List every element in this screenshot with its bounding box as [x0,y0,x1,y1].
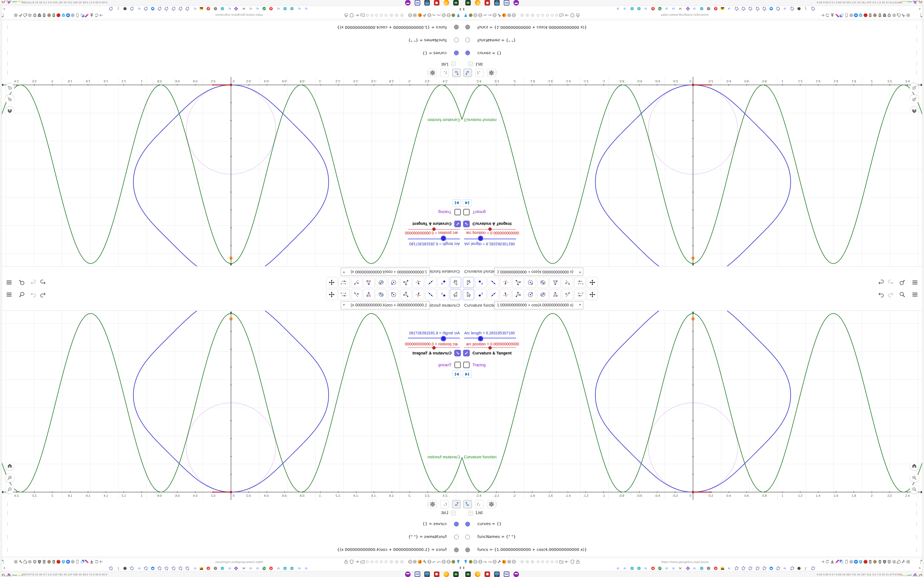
curvature-tangent-checkbox[interactable]: ✓ [463,350,470,356]
wrench-icon[interactable] [422,13,427,18]
shield-blue-icon[interactable] [61,13,66,18]
globe-icon[interactable] [441,13,447,18]
folder-icon[interactable] [360,13,365,18]
tab-favicon-geogebra[interactable] [178,6,183,11]
tab-favicon-google[interactable]: G [276,6,280,11]
zoom-in-button[interactable] [910,473,919,482]
arc-position-slider-handle[interactable] [488,227,492,231]
tool-reflect[interactable] [562,289,573,300]
tool-move-cursor[interactable] [450,289,461,300]
tab-favicon-f-red[interactable]: f [804,6,808,11]
taskbar-app-floppy64[interactable]: 64 [415,0,420,5]
avatar-icon[interactable] [468,13,473,18]
tab-favicon-geogebra[interactable] [811,566,815,571]
tab-favicon-google[interactable]: G [672,566,676,571]
kebab-icon[interactable]: ⋮ [5,50,9,55]
algebra-btn-tree-view[interactable] [464,500,472,508]
ring-icon[interactable] [385,14,387,16]
arc-position-slider-handle[interactable] [432,346,436,350]
tool-line[interactable] [425,277,436,288]
tab-favicon-google[interactable]: G [616,6,620,11]
wrench-icon[interactable] [422,559,427,564]
tab-favicon-globe-teal[interactable] [220,566,225,571]
tool-slider[interactable]: a = 2 [574,289,585,300]
visibility-marble[interactable] [454,25,459,29]
zoom-out-button[interactable] [5,83,14,92]
tool-point[interactable]: A [438,289,449,300]
tab-favicon-geogebra[interactable] [165,566,169,571]
thumb-icon[interactable] [896,13,901,18]
tab-favicon-globe-teal[interactable] [699,566,704,571]
gauge-icon[interactable] [482,13,488,18]
tab-favicon-geogebra[interactable] [790,566,795,571]
tab-favicon-geogebra[interactable] [171,566,176,571]
ring-icon[interactable] [546,14,549,16]
tab-favicon-yandex[interactable]: Я [713,566,718,571]
tab-favicon-google[interactable]: G [137,6,141,11]
globe-icon[interactable] [427,13,432,18]
tool-angle[interactable]: α [363,277,375,288]
kebab-icon[interactable]: ⋮ [915,25,919,30]
tab-favicon-google[interactable]: G [727,566,732,571]
tool-circle-center-point[interactable] [525,277,536,288]
tab-favicon-google[interactable]: G [693,6,697,11]
tracing-checkbox[interactable] [463,362,470,368]
tab-favicon-google[interactable]: G [693,566,697,571]
gauge-icon[interactable] [482,559,488,564]
tool-perpendicular-line[interactable] [500,277,511,288]
kebab-icon[interactable]: ⋮ [425,502,430,507]
arc-length-slider-handle[interactable] [441,336,446,342]
gear-icon[interactable] [906,13,911,18]
pen-icon[interactable] [84,559,90,564]
visibility-marble[interactable] [454,50,459,55]
arrow-left-icon[interactable] [354,13,360,18]
reload-icon[interactable] [94,559,99,564]
tab-favicon-geogebra[interactable] [185,6,190,11]
scrollbar-strip[interactable] [922,0,924,288]
dot-red-icon[interactable]: scp [56,13,61,18]
redo-icon[interactable] [887,291,894,298]
reload-icon[interactable] [94,13,99,18]
taskbar-app-monitor[interactable] [494,572,500,577]
algebra-row-curves[interactable]: curves = {}⋮ [462,46,924,60]
tool-slider[interactable]: a = 2 [339,289,350,300]
tab-favicon-globe-teal[interactable] [220,6,225,11]
globe-icon[interactable] [473,559,478,564]
algebra-row-curves[interactable]: curves = {}⋮ [0,46,462,60]
curvature-tangent-checkbox[interactable]: ✓ [454,221,461,227]
zoom-out-button[interactable] [910,83,919,92]
tool-reflect[interactable] [562,277,573,288]
shield-blue-icon[interactable] [61,559,66,564]
globe-icon[interactable] [473,13,478,18]
arrow-left-icon[interactable] [564,559,570,564]
algebra-btn-tree-view[interactable] [464,69,472,77]
ring-icon[interactable] [541,561,544,563]
arc-position-slider-handle[interactable] [488,346,492,350]
tab-favicon-flower[interactable] [686,6,690,11]
trash-icon[interactable] [51,13,57,18]
tab-favicon-yandex[interactable]: Я [651,6,655,11]
tool-conic[interactable] [376,277,387,288]
graphics-view[interactable]: -2.4-2.2-2-1.8-1.6-1.4-1.2-1-0.8-0.6-0.4… [0,311,462,500]
tab-favicon-google[interactable]: G [255,6,259,11]
ring-icon[interactable] [537,14,539,16]
gear-icon[interactable] [13,559,18,564]
plus-blue-icon[interactable] [65,13,71,18]
tab-favicon-google[interactable]: G [248,566,252,571]
kebab-icon[interactable]: ⋮ [915,534,919,539]
tab-favicon-geogebra[interactable] [741,6,746,11]
tab-favicon-geogebra[interactable] [178,566,183,571]
taskbar-app-monitor[interactable] [424,572,430,577]
tab-favicon-wiki[interactable]: W [241,566,245,571]
tab-favicon-yandex[interactable]: Я [206,566,211,571]
tab-favicon-photos[interactable] [199,566,204,571]
tab-favicon-google[interactable]: G [727,6,732,11]
tool-conic[interactable] [537,277,548,288]
function-input[interactable]: 1.000000000000 + cos(4.000000000000 x) ▼ [494,268,583,276]
algebra-btn-gear[interactable] [428,500,437,508]
search-icon[interactable] [18,291,25,298]
arc-length-slider[interactable] [408,337,460,339]
algebra-row-funcNames[interactable]: funcNames = {" "}⋮ [0,33,462,47]
globe-icon[interactable] [478,559,483,564]
visibility-marble[interactable] [465,50,470,55]
